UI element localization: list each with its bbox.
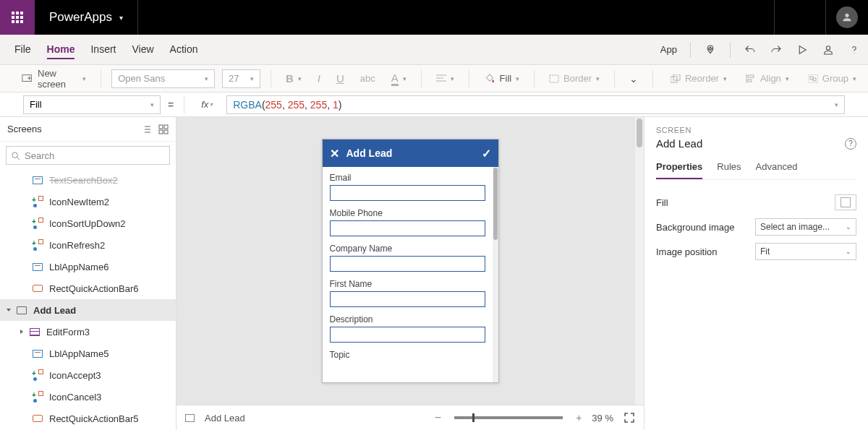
screen-checkbox[interactable] bbox=[185, 414, 195, 422]
tree-item-iconsortupdown2[interactable]: +IconSortUpDown2 bbox=[0, 212, 176, 234]
reorder-button[interactable]: Reorder▾ bbox=[666, 70, 731, 87]
user-avatar[interactable] bbox=[836, 7, 858, 28]
field-input-mobile-phone[interactable] bbox=[330, 220, 485, 236]
label-icon bbox=[32, 174, 43, 186]
tab-advanced[interactable]: Advanced bbox=[756, 157, 798, 179]
menu-insert[interactable]: Insert bbox=[90, 40, 116, 59]
formula-input[interactable]: RGBA(255, 255, 255, 1) ▾ bbox=[226, 95, 845, 114]
strikethrough-button[interactable]: abc bbox=[356, 70, 380, 87]
font-color-button[interactable]: A▾ bbox=[387, 69, 411, 89]
current-screen-label: Add Lead bbox=[205, 413, 245, 423]
undo-icon[interactable] bbox=[744, 43, 757, 56]
field-label: First Name bbox=[330, 279, 485, 289]
equals-sign: = bbox=[168, 99, 174, 111]
canvas-scrollbar[interactable] bbox=[635, 117, 644, 405]
cancel-icon[interactable]: ✕ bbox=[330, 147, 339, 160]
brand[interactable]: PowerApps ▾ bbox=[49, 10, 123, 25]
tree-item-add-lead[interactable]: Add Lead bbox=[0, 299, 176, 321]
grid-view-icon[interactable] bbox=[158, 124, 169, 134]
tree-item-editform3[interactable]: EditForm3 bbox=[0, 321, 176, 343]
canvas-preview[interactable]: ✕ Add Lead ✓ EmailMobile PhoneCompany Na… bbox=[322, 139, 499, 383]
field-input-first-name[interactable] bbox=[330, 291, 485, 307]
accept-icon[interactable]: ✓ bbox=[482, 147, 491, 160]
app-label[interactable]: App bbox=[660, 44, 677, 55]
help-icon[interactable] bbox=[848, 43, 861, 56]
ribbon-separator bbox=[652, 70, 653, 87]
chevron-icon[interactable] bbox=[20, 330, 23, 334]
list-view-icon[interactable] bbox=[141, 124, 151, 134]
tree-item-iconnewitem2[interactable]: +IconNewItem2 bbox=[0, 191, 176, 212]
fill-swatch[interactable] bbox=[835, 194, 856, 210]
redo-icon[interactable] bbox=[770, 43, 783, 56]
waffle-icon bbox=[12, 12, 23, 23]
formula-function: RGBA bbox=[233, 99, 262, 111]
chevron-down-icon: ▾ bbox=[250, 75, 254, 82]
fill-button[interactable]: Fill ▾ bbox=[480, 70, 524, 87]
border-button[interactable]: Border ▾ bbox=[545, 70, 604, 87]
section-label: SCREEN bbox=[656, 126, 856, 134]
tree-search[interactable]: Search bbox=[6, 146, 170, 165]
svg-rect-14 bbox=[813, 78, 816, 81]
tree-item-iconaccept3[interactable]: +IconAccept3 bbox=[0, 364, 176, 386]
chevron-down-icon: ▾ bbox=[119, 14, 123, 22]
tree-item-label: IconCancel3 bbox=[49, 392, 101, 403]
control-icon: + bbox=[32, 218, 43, 229]
svg-rect-10 bbox=[748, 75, 754, 77]
align-objects-button[interactable]: Align▾ bbox=[741, 70, 793, 87]
tree-item-label: IconNewItem2 bbox=[49, 197, 109, 207]
zoom-in-button[interactable]: + bbox=[576, 412, 582, 423]
tab-properties[interactable]: Properties bbox=[656, 157, 702, 179]
tab-rules[interactable]: Rules bbox=[717, 157, 741, 179]
share-icon[interactable] bbox=[822, 43, 835, 56]
tree-item-rectquickactionbar6[interactable]: RectQuickActionBar6 bbox=[0, 278, 176, 299]
help-icon[interactable]: ? bbox=[845, 138, 856, 150]
tree-item-lblappname6[interactable]: LblAppName6 bbox=[0, 256, 176, 278]
tree-item-iconrefresh2[interactable]: +IconRefresh2 bbox=[0, 234, 176, 256]
fullscreen-icon[interactable] bbox=[624, 412, 635, 423]
field-input-email[interactable] bbox=[330, 185, 485, 201]
svg-rect-21 bbox=[159, 125, 163, 129]
field-label: Email bbox=[330, 173, 485, 183]
menu-home[interactable]: Home bbox=[47, 40, 75, 59]
menu-view[interactable]: View bbox=[132, 40, 153, 59]
play-icon[interactable] bbox=[796, 43, 809, 56]
field-input-description[interactable] bbox=[330, 327, 485, 343]
preview-scrollbar[interactable] bbox=[493, 167, 498, 382]
image-position-select[interactable]: Fit⌄ bbox=[755, 243, 856, 260]
health-icon[interactable] bbox=[704, 43, 717, 56]
chevron-icon[interactable] bbox=[7, 309, 11, 311]
bold-button[interactable]: B▾ bbox=[281, 69, 306, 87]
control-icon: + bbox=[32, 239, 43, 251]
ribbon-separator bbox=[271, 70, 271, 87]
font-select[interactable]: Open Sans▾ bbox=[111, 69, 215, 88]
field-input-company-name[interactable] bbox=[330, 256, 485, 272]
tree-item-rectquickactionbar5[interactable]: RectQuickActionBar5 bbox=[0, 408, 176, 429]
control-icon: + bbox=[32, 391, 43, 403]
zoom-slider[interactable] bbox=[454, 416, 563, 419]
tree-item-iconcancel3[interactable]: +IconCancel3 bbox=[0, 386, 176, 408]
paint-bucket-icon bbox=[484, 73, 495, 85]
label-icon bbox=[32, 261, 43, 272]
app-launcher[interactable] bbox=[0, 0, 35, 35]
zoom-out-button[interactable]: − bbox=[435, 411, 441, 424]
underline-button[interactable]: U bbox=[332, 69, 349, 87]
tree-item-lblappname5[interactable]: LblAppName5 bbox=[0, 343, 176, 364]
bg-image-select[interactable]: Select an image...⌄ bbox=[755, 218, 856, 236]
menu-file[interactable]: File bbox=[14, 40, 31, 59]
menu-action[interactable]: Action bbox=[170, 40, 198, 59]
font-value: Open Sans bbox=[118, 73, 165, 84]
property-selector[interactable]: Fill ▾ bbox=[23, 95, 161, 114]
group-button[interactable]: Group▾ bbox=[804, 70, 861, 87]
svg-rect-13 bbox=[810, 77, 813, 79]
align-text-button[interactable]: ▾ bbox=[432, 72, 459, 86]
prop-pos-label: Image position bbox=[656, 246, 718, 257]
tree-item-label: RectQuickActionBar6 bbox=[49, 283, 139, 294]
font-size-select[interactable]: 27▾ bbox=[222, 69, 260, 88]
fx-selector[interactable]: fx▾ bbox=[195, 95, 219, 114]
tree-item-label: Add Lead bbox=[33, 305, 76, 316]
more-button[interactable]: ⌄ bbox=[625, 70, 642, 87]
brand-name: PowerApps bbox=[49, 10, 112, 25]
italic-button[interactable]: I bbox=[313, 69, 325, 87]
new-screen-button[interactable]: New screen ▾ bbox=[17, 65, 90, 93]
tree-item-textsearchbox2[interactable]: TextSearchBox2 bbox=[0, 169, 176, 191]
